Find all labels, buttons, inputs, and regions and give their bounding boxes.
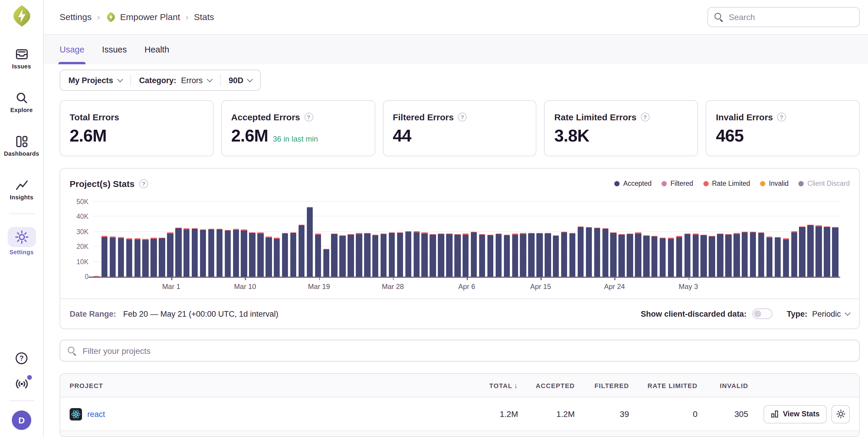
tab-issues[interactable]: Issues — [102, 35, 127, 64]
legend-item-rate-limited[interactable]: Rate Limited — [703, 180, 750, 187]
sidebar-section-divider — [9, 213, 34, 214]
bar-accepted-segment — [224, 231, 231, 277]
bar-accepted-segment — [750, 232, 756, 277]
breadcrumb-stats[interactable]: Stats — [194, 12, 214, 22]
bar-day-85 — [791, 232, 797, 277]
panel-title-label: Project(s) Stats — [70, 178, 134, 189]
bar-accepted-segment — [643, 236, 649, 277]
legend-item-filtered[interactable]: Filtered — [662, 180, 693, 187]
breadcrumb: Settings › Empower Plant › Stats — [60, 12, 214, 23]
sidebar-item-dashboards[interactable]: Dashboards — [0, 134, 43, 157]
bar-accepted-segment — [816, 226, 822, 277]
bar-accepted-segment — [454, 235, 461, 277]
table-header: PROJECTTOTAL↓ACCEPTEDFILTEREDRATE LIMITE… — [60, 374, 859, 398]
legend-dot-icon — [799, 181, 804, 186]
project-cell: react — [70, 408, 461, 420]
column-header-rate_limited[interactable]: RATE LIMITED — [629, 382, 698, 389]
stat-card-total-errors: Total Errors 2.6M — [60, 100, 214, 156]
bar-accepted-segment — [266, 237, 272, 277]
bar-accepted-segment — [233, 230, 239, 277]
bar-day-27 — [315, 234, 321, 277]
bar-day-52 — [520, 233, 526, 277]
dashboards-icon — [14, 134, 29, 148]
project-link[interactable]: react — [87, 410, 105, 418]
bar-day-73 — [692, 234, 699, 277]
project-filter-input[interactable] — [82, 345, 852, 356]
breadcrumb-org[interactable]: Empower Plant — [105, 12, 180, 23]
bar-day-28 — [323, 249, 329, 277]
bar-day-31 — [348, 234, 354, 277]
x-axis-label: May 3 — [679, 282, 698, 291]
legend-item-invalid[interactable]: Invalid — [760, 180, 788, 187]
view-stats-button[interactable]: View Stats — [763, 405, 827, 423]
type-value: Periodic — [812, 309, 841, 318]
bar-day-18 — [241, 230, 247, 277]
project-filter[interactable] — [60, 340, 860, 362]
avatar[interactable]: D — [12, 410, 31, 430]
bar-accepted-segment — [299, 226, 305, 277]
category-selector[interactable]: Category: Errors — [131, 70, 220, 90]
settings-icon — [14, 230, 29, 244]
help-icon[interactable]: ? — [777, 113, 786, 122]
bar-day-45 — [463, 234, 469, 277]
sidebar: Issues Explore Dashboards Insights Setti… — [0, 0, 44, 437]
bar-accepted-segment — [323, 249, 329, 277]
bar-accepted-segment — [430, 235, 436, 277]
help-icon[interactable]: ? — [14, 351, 29, 365]
y-axis-label: 40K — [76, 213, 89, 220]
sentry-logo[interactable] — [10, 5, 33, 30]
column-header-invalid[interactable]: INVALID — [698, 382, 748, 389]
help-icon[interactable]: ? — [139, 179, 148, 188]
bar-day-63 — [611, 232, 617, 277]
tab-usage[interactable]: Usage — [60, 35, 84, 64]
bar-day-69 — [660, 237, 666, 277]
bar-day-76 — [717, 234, 723, 277]
column-header-accepted[interactable]: ACCEPTED — [518, 382, 575, 389]
x-axis-label: Mar 19 — [308, 282, 330, 291]
bar-accepted-segment — [126, 239, 132, 277]
breadcrumb-org-label: Empower Plant — [120, 12, 180, 22]
bar-day-80 — [750, 232, 756, 277]
bar-day-74 — [701, 235, 707, 277]
breadcrumb-settings[interactable]: Settings — [60, 12, 91, 22]
x-axis-tick — [245, 277, 246, 280]
stat-card-title: Rate Limited Errors ? — [554, 112, 688, 122]
help-icon[interactable]: ? — [641, 113, 649, 122]
bar-day-81 — [758, 232, 765, 277]
type-selector[interactable]: Type: Periodic — [786, 309, 850, 318]
client-discard-toggle[interactable] — [752, 308, 772, 319]
x-axis-tick — [688, 277, 689, 280]
panel-title: Project(s) Stats ? — [70, 178, 148, 189]
help-icon[interactable]: ? — [304, 113, 313, 122]
sidebar-item-insights[interactable]: Insights — [0, 178, 43, 201]
bar-accepted-segment — [758, 233, 765, 277]
legend-item-client-discard[interactable]: Client Discard — [799, 180, 850, 187]
bar-day-40 — [422, 233, 428, 277]
stats-panel-header: Project(s) Stats ? Accepted Filtered Rat… — [60, 169, 859, 192]
broadcast-icon[interactable] — [14, 377, 29, 391]
date-period-selector[interactable]: 90D — [220, 70, 260, 90]
project-selector[interactable]: My Projects — [60, 70, 130, 90]
help-icon[interactable]: ? — [458, 113, 467, 122]
sidebar-item-settings[interactable]: Settings — [0, 227, 43, 255]
bar-accepted-segment — [594, 229, 600, 277]
bar-day-25 — [299, 225, 305, 277]
sidebar-item-issues[interactable]: Issues — [0, 47, 43, 70]
bar-accepted-segment — [668, 239, 674, 277]
column-header-filtered[interactable]: FILTERED — [575, 382, 629, 389]
tab-health[interactable]: Health — [145, 35, 169, 64]
legend-item-accepted[interactable]: Accepted — [615, 180, 652, 187]
table-row-react: react 1.2M 1.2M 39 0 305 View Stats — [60, 398, 859, 431]
x-axis-tick — [393, 277, 394, 280]
y-axis-label: 30K — [76, 228, 89, 235]
project-settings-button[interactable] — [831, 405, 850, 423]
column-header-total[interactable]: TOTAL↓ — [461, 381, 518, 390]
bar-rate-limited-segment — [93, 276, 99, 277]
sidebar-item-explore[interactable]: Explore — [0, 91, 43, 113]
sidebar-divider — [9, 400, 34, 401]
bar-chart: 010K20K30K40K50K — [66, 192, 848, 296]
column-header-project[interactable]: PROJECT — [70, 382, 461, 389]
search-input[interactable] — [727, 12, 853, 23]
global-search[interactable] — [708, 7, 860, 27]
notification-dot — [27, 375, 32, 380]
